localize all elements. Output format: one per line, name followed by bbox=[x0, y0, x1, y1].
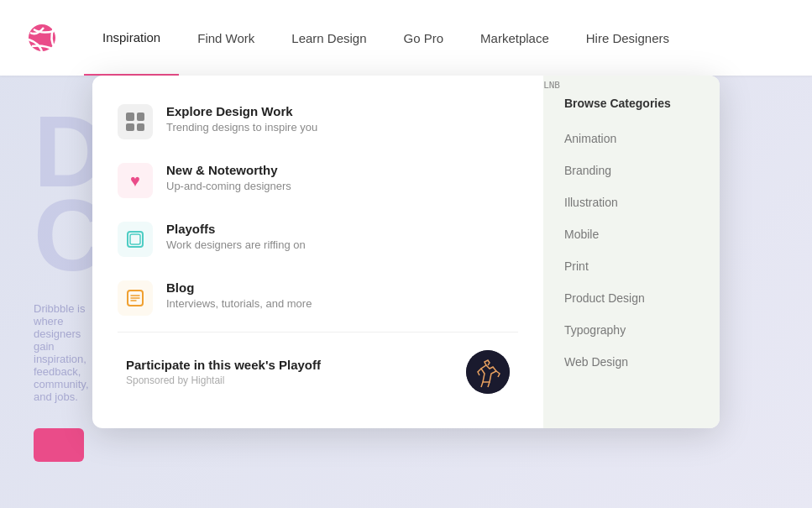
playoffs-icon-wrap bbox=[118, 222, 153, 257]
blog-icon-wrap bbox=[118, 280, 153, 316]
category-mobile[interactable]: Mobile bbox=[543, 218, 720, 250]
category-branding[interactable]: Branding bbox=[543, 154, 720, 186]
promo-image bbox=[466, 350, 510, 394]
promo-title: Participate in this week's Playoff bbox=[126, 358, 466, 372]
svg-point-7 bbox=[466, 350, 510, 394]
svg-rect-2 bbox=[130, 234, 140, 244]
playoffs-subtitle: Work designers are riffing on bbox=[166, 238, 306, 251]
grid-icon bbox=[126, 113, 144, 131]
dribbble-logo[interactable] bbox=[25, 21, 67, 55]
hero-signup-button[interactable] bbox=[34, 428, 84, 462]
nav-item-hire-designers[interactable]: Hire Designers bbox=[568, 0, 688, 76]
nav-item-learn-design[interactable]: Learn Design bbox=[273, 0, 385, 76]
blog-title: Blog bbox=[166, 280, 312, 295]
heart-icon: ♥ bbox=[130, 171, 140, 191]
noteworthy-text: New & Noteworthy Up-and-coming designers bbox=[166, 163, 291, 192]
promo-sponsor: Sponsored by Hightail bbox=[126, 374, 466, 386]
blog-text: Blog Interviews, tutorials, and more bbox=[166, 280, 312, 310]
playoff-promo[interactable]: Participate in this week's Playoff Spons… bbox=[109, 337, 526, 407]
browse-categories-panel: Browse Categories Animation Branding Ill… bbox=[543, 76, 720, 428]
playoffs-text: Playoffs Work designers are riffing on bbox=[166, 222, 306, 251]
nav-item-go-pro[interactable]: Go Pro bbox=[385, 0, 463, 76]
menu-item-noteworthy[interactable]: ♥ New & Noteworthy Up-and-coming designe… bbox=[101, 151, 535, 210]
category-animation[interactable]: Animation bbox=[543, 123, 720, 154]
browse-categories-heading: Browse Categories bbox=[543, 92, 720, 123]
hero-description: Dribbble is where designers gain inspira… bbox=[34, 302, 101, 403]
blog-subtitle: Interviews, tutorials, and more bbox=[166, 297, 312, 310]
playoffs-icon bbox=[126, 230, 144, 249]
noteworthy-subtitle: Up-and-coming designers bbox=[166, 180, 291, 192]
inspiration-dropdown: Explore Design Work Trending designs to … bbox=[92, 76, 720, 428]
nav-item-marketplace[interactable]: Marketplace bbox=[462, 0, 568, 76]
blog-icon bbox=[126, 289, 144, 307]
promo-horse-icon bbox=[466, 350, 510, 394]
category-illustration[interactable]: Illustration bbox=[543, 186, 720, 218]
menu-item-explore[interactable]: Explore Design Work Trending designs to … bbox=[101, 92, 535, 151]
dropdown-left-panel: Explore Design Work Trending designs to … bbox=[92, 76, 543, 428]
promo-text: Participate in this week's Playoff Spons… bbox=[126, 358, 466, 386]
category-web-design[interactable]: Web Design bbox=[543, 346, 720, 378]
explore-subtitle: Trending designs to inspire you bbox=[166, 121, 317, 134]
lnb-label: LNB bbox=[543, 80, 560, 91]
menu-item-playoffs[interactable]: Playoffs Work designers are riffing on bbox=[101, 210, 535, 269]
explore-icon-wrap bbox=[118, 104, 153, 139]
nav-item-inspiration[interactable]: Inspiration bbox=[84, 0, 179, 76]
dropdown-divider bbox=[118, 332, 518, 333]
playoffs-title: Playoffs bbox=[166, 222, 306, 236]
noteworthy-title: New & Noteworthy bbox=[166, 163, 291, 177]
global-nav: Inspiration Find Work Learn Design Go Pr… bbox=[0, 0, 812, 76]
category-product-design[interactable]: Product Design bbox=[543, 282, 720, 314]
menu-item-blog[interactable]: Blog Interviews, tutorials, and more bbox=[101, 269, 535, 327]
explore-text: Explore Design Work Trending designs to … bbox=[166, 104, 317, 134]
nav-items-container: Inspiration Find Work Learn Design Go Pr… bbox=[84, 0, 787, 76]
category-print[interactable]: Print bbox=[543, 250, 720, 282]
nav-item-find-work[interactable]: Find Work bbox=[179, 0, 273, 76]
explore-title: Explore Design Work bbox=[166, 104, 317, 118]
category-typography[interactable]: Typography bbox=[543, 314, 720, 346]
heart-icon-wrap: ♥ bbox=[118, 163, 153, 198]
